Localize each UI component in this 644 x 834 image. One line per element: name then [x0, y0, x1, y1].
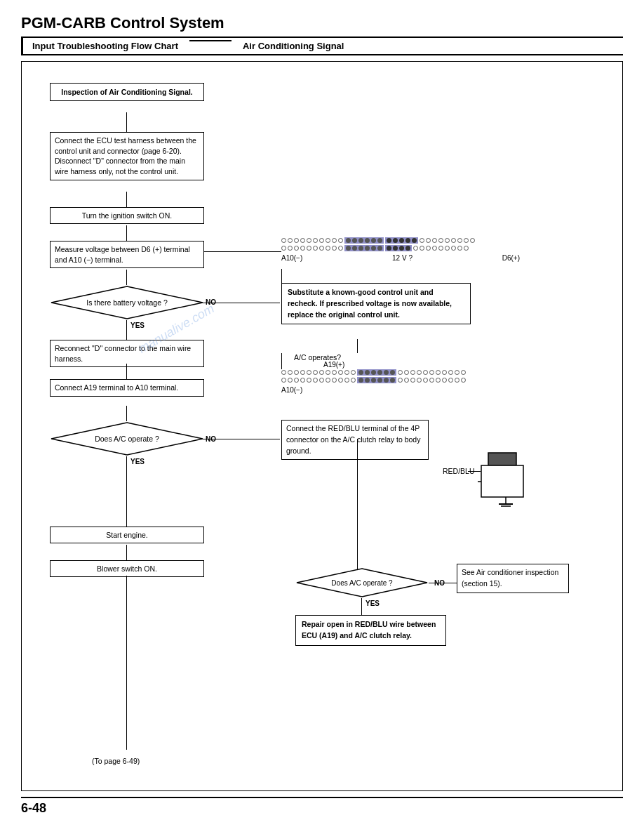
connector-bottom-diagram: A10(−)	[281, 369, 520, 394]
connector-top-diagram: A10(−) 12 V ? D6(+)	[281, 237, 520, 262]
section-header-separator	[189, 40, 232, 52]
flowchart-container: manualive.com Inspection of Air Conditio…	[21, 61, 623, 791]
box-ignition: Turn the ignition switch ON.	[50, 207, 204, 224]
box-substitute: Substitute a known-good control unit and…	[281, 283, 471, 324]
diamond2-label: Does A/C operate ?	[95, 435, 159, 443]
diamond-ac-operate: Does A/C operate ?	[50, 421, 204, 456]
line-red-blu-relay	[468, 471, 481, 472]
line-box1-box2	[126, 112, 127, 132]
box-reconnect: Reconnect "D" connector to the main wire…	[50, 340, 204, 367]
line-box5-box6	[126, 364, 127, 379]
label-yes-1: YES	[130, 322, 145, 329]
section-left-border	[21, 38, 23, 54]
box-repair: Repair open in RED/BLU wire between ECU …	[295, 615, 446, 646]
does-ac-operate-label: Does A/C operate ?	[331, 579, 392, 587]
line-measure-connector	[204, 251, 281, 252]
line-box7-box8	[126, 545, 127, 560]
line-diamond2-right	[203, 439, 280, 439]
box-inspection: Inspection of Air Conditioning Signal.	[50, 83, 204, 101]
line-ac-op-conn	[281, 353, 282, 369]
box-blower: Blower switch ON.	[50, 560, 204, 577]
line-box3-box4	[126, 225, 127, 241]
box-see-air-cond: See Air conditioner inspection (section …	[457, 564, 569, 593]
svg-rect-2	[488, 453, 516, 465]
line-does-ac-no	[429, 583, 457, 583]
line-subst-conn	[357, 339, 358, 353]
section-header: Input Troubleshooting Flow Chart Air Con…	[21, 37, 623, 55]
svg-rect-3	[481, 465, 523, 497]
line-yes3-repair	[361, 598, 362, 615]
box-connect-red-blu: Connect the RED/BLU terminal of the 4P c…	[281, 420, 429, 460]
box-start-engine: Start engine.	[50, 527, 204, 543]
line-diamond1-right	[203, 303, 280, 303]
line-top-connector	[281, 269, 282, 283]
voltage-label: 12 V ?	[302, 254, 502, 262]
a19-plus-label: A19(+)	[323, 361, 344, 369]
line-box2-box3	[126, 192, 127, 207]
box-measure-voltage: Measure voltage between D6 (+) terminal …	[50, 241, 204, 268]
label-yes-3: YES	[365, 600, 380, 607]
line-box8-bottom	[126, 576, 127, 750]
to-page-label: (To page 6-49)	[92, 757, 140, 765]
box-connect-a19: Connect A19 terminal to A10 terminal.	[50, 379, 204, 397]
section-header-text: Input Troubleshooting Flow Chart	[27, 41, 178, 51]
diamond-battery-voltage: Is there battery voltage ?	[50, 285, 204, 320]
line-diamond1-box5	[126, 320, 127, 340]
page-number: 6-48	[21, 797, 623, 816]
line-diamond2-box7	[126, 456, 127, 527]
line-diamond2-no-down	[357, 439, 358, 579]
box-connect-ecu: Connect the ECU test harness between the…	[50, 132, 204, 180]
diamond-does-ac-right: Does A/C operate ?	[295, 567, 429, 598]
section-sub-text: Air Conditioning Signal	[243, 41, 344, 51]
a10-minus-label2: A10(−)	[281, 386, 520, 394]
d6-plus-label: D6(+)	[502, 254, 520, 262]
page-title: PGM-CARB Control System	[21, 14, 623, 32]
line-box4-diamond1	[126, 270, 127, 285]
line-box6-diamond2	[126, 406, 127, 421]
label-yes-2: YES	[130, 458, 145, 465]
diamond1-label: Is there battery voltage ?	[86, 298, 168, 307]
a10-minus-label: A10(−)	[281, 254, 302, 262]
relay-component	[478, 451, 534, 508]
